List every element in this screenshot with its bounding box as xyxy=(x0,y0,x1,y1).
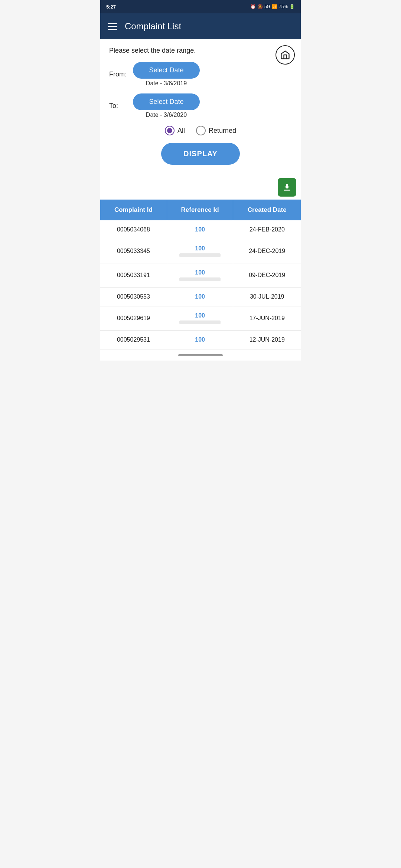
bottom-bar xyxy=(100,349,301,361)
table-header: Complaint Id Reference Id Created Date xyxy=(100,200,301,220)
table-row: 000503334510024-DEC-2019 xyxy=(100,239,301,263)
cell-created-date: 17-JUN-2019 xyxy=(233,306,301,331)
from-date-button[interactable]: Select Date xyxy=(133,62,200,79)
to-date-row: To: Select Date Date - 3/6/2020 xyxy=(109,93,292,118)
complaints-table: Complaint Id Reference Id Created Date 0… xyxy=(100,200,301,349)
to-date-button[interactable]: Select Date xyxy=(133,93,200,110)
complaints-table-wrap: Complaint Id Reference Id Created Date 0… xyxy=(100,200,301,349)
svg-rect-0 xyxy=(284,190,290,191)
cell-complaint-id: 0005030553 xyxy=(100,287,167,306)
display-button-wrap: DISPLAY xyxy=(109,143,292,165)
table-body: 000503406810024-FEB-2020000503334510024-… xyxy=(100,220,301,349)
instruction-text: Please select the date range. xyxy=(109,47,292,55)
download-button-wrap xyxy=(100,178,301,200)
table-row: 000503406810024-FEB-2020 xyxy=(100,220,301,239)
to-label: To: xyxy=(109,102,128,110)
battery-icon: 🔋 xyxy=(289,4,295,9)
gray-sub-bar xyxy=(179,320,220,324)
signal-bars-icon: 📶 xyxy=(272,4,277,9)
from-date-row: From: Select Date Date - 3/6/2019 xyxy=(109,62,292,87)
display-button[interactable]: DISPLAY xyxy=(161,143,240,165)
menu-button[interactable] xyxy=(108,23,117,30)
cell-reference-id[interactable]: 100 xyxy=(167,263,233,287)
network-icon: 5G xyxy=(264,4,270,9)
gray-sub-bar xyxy=(179,253,220,257)
download-icon xyxy=(282,183,292,192)
status-icons: ⏰ 🔕 5G 📶 75% 🔋 xyxy=(250,4,295,9)
cell-reference-id[interactable]: 100 xyxy=(167,220,233,239)
cell-complaint-id: 0005033191 xyxy=(100,263,167,287)
cell-reference-id[interactable]: 100 xyxy=(167,239,233,263)
download-button[interactable] xyxy=(278,178,296,197)
cell-created-date: 12-JUN-2019 xyxy=(233,331,301,349)
status-time: 5:27 xyxy=(106,4,116,10)
main-content: Please select the date range. From: Sele… xyxy=(100,39,301,178)
app-header: Complaint List xyxy=(100,13,301,39)
col-complaint-id: Complaint Id xyxy=(100,200,167,220)
battery-text: 75% xyxy=(279,4,288,9)
cell-created-date: 24-DEC-2019 xyxy=(233,239,301,263)
alarm-icon: ⏰ xyxy=(250,4,256,9)
table-row: 000502961910017-JUN-2019 xyxy=(100,306,301,331)
from-date-display: Date - 3/6/2019 xyxy=(133,80,200,87)
radio-returned-label: Returned xyxy=(209,127,236,135)
home-button[interactable] xyxy=(276,45,295,65)
cell-complaint-id: 0005034068 xyxy=(100,220,167,239)
cell-reference-id[interactable]: 100 xyxy=(167,331,233,349)
status-bar: 5:27 ⏰ 🔕 5G 📶 75% 🔋 xyxy=(100,0,301,13)
col-created-date: Created Date xyxy=(233,200,301,220)
cell-complaint-id: 0005029531 xyxy=(100,331,167,349)
col-reference-id: Reference Id xyxy=(167,200,233,220)
from-label: From: xyxy=(109,70,128,78)
radio-returned[interactable]: Returned xyxy=(196,126,236,135)
gray-sub-bar xyxy=(179,277,220,281)
cell-created-date: 30-JUL-2019 xyxy=(233,287,301,306)
radio-returned-circle xyxy=(196,126,206,135)
table-row: 000503319110009-DEC-2019 xyxy=(100,263,301,287)
filter-radio-group: All Returned xyxy=(109,126,292,135)
cell-reference-id[interactable]: 100 xyxy=(167,287,233,306)
page-title: Complaint List xyxy=(125,21,181,32)
bottom-indicator xyxy=(178,354,223,356)
home-icon xyxy=(280,50,290,60)
from-date-group: Select Date Date - 3/6/2019 xyxy=(133,62,200,87)
to-date-group: Select Date Date - 3/6/2020 xyxy=(133,93,200,118)
radio-all-label: All xyxy=(177,127,185,135)
table-row: 000502953110012-JUN-2019 xyxy=(100,331,301,349)
to-date-display: Date - 3/6/2020 xyxy=(133,112,200,118)
cell-complaint-id: 0005033345 xyxy=(100,239,167,263)
cell-created-date: 09-DEC-2019 xyxy=(233,263,301,287)
table-row: 000503055310030-JUL-2019 xyxy=(100,287,301,306)
cell-reference-id[interactable]: 100 xyxy=(167,306,233,331)
radio-all[interactable]: All xyxy=(165,126,185,135)
radio-all-circle xyxy=(165,126,175,135)
cell-complaint-id: 0005029619 xyxy=(100,306,167,331)
cell-created-date: 24-FEB-2020 xyxy=(233,220,301,239)
mute-icon: 🔕 xyxy=(257,4,263,9)
